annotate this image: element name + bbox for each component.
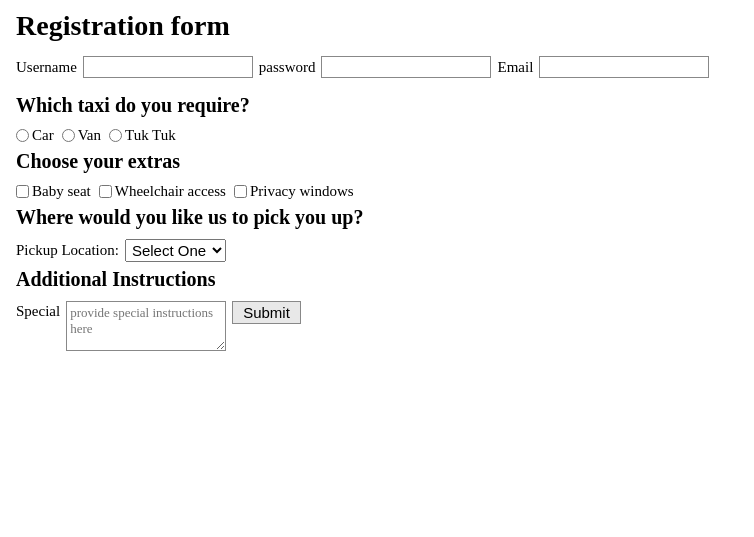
extra-baby-seat[interactable]: Baby seat [16, 183, 91, 200]
special-textarea[interactable] [66, 301, 226, 351]
submit-button[interactable] [232, 301, 301, 324]
special-label: Special [16, 301, 60, 320]
checkbox-wheelchair[interactable] [99, 185, 112, 198]
pickup-heading: Where would you like us to pick you up? [16, 206, 738, 229]
pickup-row: Pickup Location: Select One Location A L… [16, 239, 738, 262]
checkbox-baby-seat[interactable] [16, 185, 29, 198]
taxi-radio-car[interactable] [16, 129, 29, 142]
taxi-radio-tuktuk[interactable] [109, 129, 122, 142]
taxi-heading: Which taxi do you require? [16, 94, 738, 117]
special-row: Special [16, 301, 738, 351]
password-input[interactable] [321, 56, 491, 78]
taxi-option-van[interactable]: Van [62, 127, 101, 144]
extra-wheelchair[interactable]: Wheelchair access [99, 183, 226, 200]
pickup-label: Pickup Location: [16, 242, 119, 259]
credentials-row: Username password Email [16, 56, 738, 78]
extras-heading: Choose your extras [16, 150, 738, 173]
page-title: Registration form [16, 10, 738, 42]
pickup-select[interactable]: Select One Location A Location B Locatio… [125, 239, 226, 262]
taxi-option-tuktuk[interactable]: Tuk Tuk [109, 127, 176, 144]
taxi-radio-group: Car Van Tuk Tuk [16, 127, 738, 144]
extras-checkbox-group: Baby seat Wheelchair access Privacy wind… [16, 183, 738, 200]
email-input[interactable] [539, 56, 709, 78]
taxi-option-car[interactable]: Car [16, 127, 54, 144]
taxi-radio-van[interactable] [62, 129, 75, 142]
password-label: password [259, 59, 316, 76]
username-label: Username [16, 59, 77, 76]
extra-privacy-windows[interactable]: Privacy windows [234, 183, 354, 200]
email-label: Email [497, 59, 533, 76]
checkbox-privacy-windows[interactable] [234, 185, 247, 198]
additional-heading: Additional Instructions [16, 268, 738, 291]
username-input[interactable] [83, 56, 253, 78]
